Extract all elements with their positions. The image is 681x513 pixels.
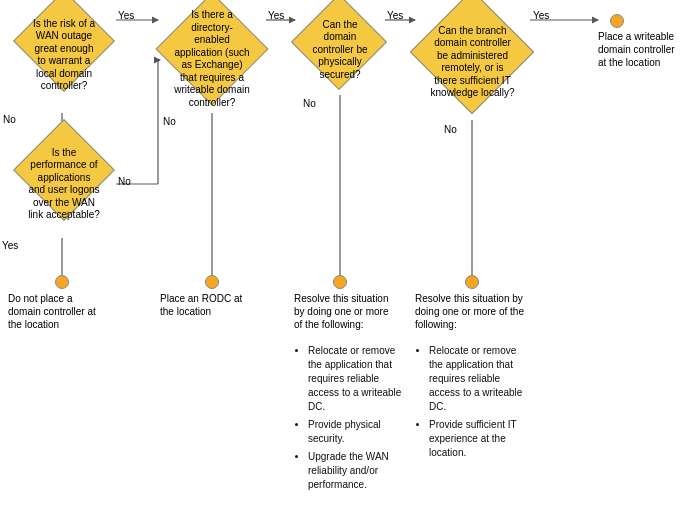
label-d1-no: No <box>3 114 16 125</box>
bullet-4-1: Relocate or remove the application that … <box>308 344 409 414</box>
label-d2-no: No <box>163 116 176 127</box>
diamond-3-label: Can the domain controller be physically … <box>295 5 385 95</box>
outcome-5-text: Resolve this situation by doing one or m… <box>415 292 525 331</box>
label-d4-no: No <box>444 124 457 135</box>
label-d3-yes: Yes <box>387 10 403 21</box>
terminal-out3 <box>205 275 219 289</box>
diamond-3: Can the domain controller be physically … <box>295 5 385 95</box>
outcome-4-bullets: Relocate or remove the application that … <box>294 344 409 492</box>
outcome-2: Do not place a domain controller at the … <box>8 292 108 331</box>
label-d5-no: No <box>118 176 131 187</box>
diamond-4: Can the branch domain controller be admi… <box>415 3 530 121</box>
diamond-1-label: Is the risk of a WAN outage great enough… <box>14 5 114 105</box>
diamond-5: Is the performance of applications and u… <box>14 130 114 238</box>
outcome-4-text: Resolve this situation by doing one or m… <box>294 292 399 331</box>
terminal-out1 <box>610 14 624 28</box>
terminal-out5 <box>465 275 479 289</box>
diamond-5-label: Is the performance of applications and u… <box>14 130 114 238</box>
diamond-4-label: Can the branch domain controller be admi… <box>415 3 530 121</box>
label-d3-no: No <box>303 98 316 109</box>
outcome-3: Place an RODC at the location <box>160 292 255 318</box>
terminal-out2 <box>55 275 69 289</box>
bullet-4-3: Upgrade the WAN reliability and/or perfo… <box>308 450 409 492</box>
label-d5-yes: Yes <box>2 240 18 251</box>
bullet-4-2: Provide physical security. <box>308 418 409 446</box>
diamond-2-label: Is there a directory-enabled application… <box>158 5 266 113</box>
label-d2-yes: Yes <box>268 10 284 21</box>
bullet-5-1: Relocate or remove the application that … <box>429 344 530 414</box>
terminal-out4 <box>333 275 347 289</box>
label-d4-yes: Yes <box>533 10 549 21</box>
bullet-5-2: Provide sufficient IT experience at the … <box>429 418 530 460</box>
outcome-1: Place a writeable domain controller at t… <box>598 30 678 69</box>
flowchart: Is the risk of a WAN outage great enough… <box>0 0 681 513</box>
label-d1-yes: Yes <box>118 10 134 21</box>
diamond-2: Is there a directory-enabled application… <box>158 5 266 113</box>
outcome-5-bullets: Relocate or remove the application that … <box>415 344 530 460</box>
diamond-1: Is the risk of a WAN outage great enough… <box>14 5 114 105</box>
